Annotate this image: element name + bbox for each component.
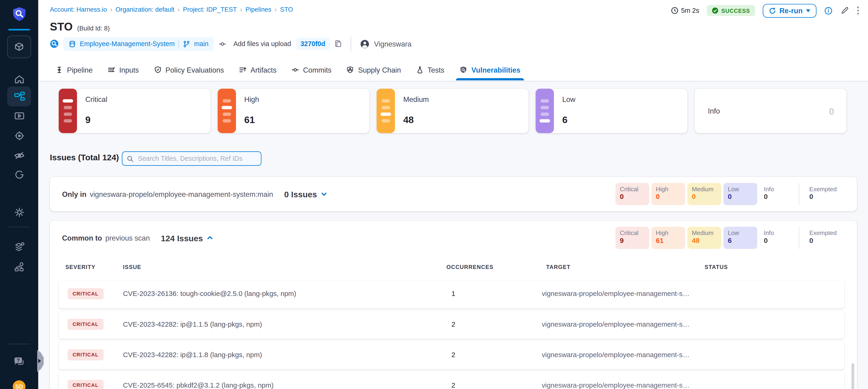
chip-low[interactable]: Low6 <box>723 227 757 249</box>
pill-divider <box>179 39 179 48</box>
sidebar-item-project-settings[interactable] <box>0 206 38 219</box>
branch-name-link[interactable]: main <box>194 40 209 48</box>
breadcrumb-account[interactable]: Account: Harness.io <box>50 6 107 13</box>
low-card[interactable]: Low 6 <box>535 89 687 133</box>
chip-medium[interactable]: Medium48 <box>687 227 721 249</box>
app-window: ? SD Account: Harness.io › Organization:… <box>0 0 868 389</box>
chip-exempted[interactable]: Exempted0 <box>805 183 849 205</box>
column-severity: SEVERITY <box>65 264 95 270</box>
table-row[interactable]: CRITICAL CVE-2023-26136: tough-cookie@2.… <box>59 281 844 308</box>
target-value: vigneswara-propelo/employee-management-s… <box>541 321 689 328</box>
commit-sha-link[interactable]: 3270f0d <box>296 38 330 50</box>
issue-title: CVE-2023-42282: ip@1.1.5 (lang-pkgs, npm… <box>123 321 262 328</box>
sidebar-item-getting-started[interactable] <box>0 168 38 181</box>
breadcrumb-pipeline-name[interactable]: STO <box>280 6 293 13</box>
chip-low[interactable]: Low0 <box>723 183 757 205</box>
section-count: 124 Issues <box>161 233 203 243</box>
help-chat-icon: ? <box>13 355 26 367</box>
org-settings-icon <box>13 261 25 273</box>
sidebar-item-account-resources[interactable] <box>0 260 38 274</box>
card-label: Medium <box>403 95 429 104</box>
shield-search-icon <box>459 65 468 74</box>
sto-module-logo-icon[interactable] <box>0 7 38 22</box>
critical-card[interactable]: Critical 9 <box>59 89 211 133</box>
tab-tests[interactable]: Tests <box>416 60 444 80</box>
search-input[interactable] <box>137 154 257 163</box>
chip-divider <box>799 227 799 249</box>
chip-divider <box>799 183 799 205</box>
table-row[interactable]: CRITICAL CVE-2023-42282: ip@1.1.5 (lang-… <box>59 311 844 339</box>
layers-gear-icon <box>13 241 25 253</box>
module-selector-button[interactable] <box>7 36 31 58</box>
trigger-user-name: Vigneswara <box>374 39 411 48</box>
sidebar-item-executions[interactable] <box>0 109 38 122</box>
section-prefix: Common to <box>62 233 102 242</box>
issue-title: CVE-2023-42282: ip@1.1.8 (lang-pkgs, npm… <box>123 351 262 359</box>
table-row[interactable]: CRITICAL CVE-2025-6545: pbkdf2@3.1.2 (la… <box>59 372 844 389</box>
breadcrumb-pipelines[interactable]: Pipelines <box>246 6 271 13</box>
active-tab-underline <box>456 78 524 81</box>
vertical-divider <box>351 36 351 52</box>
tab-artifacts[interactable]: Artifacts <box>239 60 276 80</box>
build-id: (Build Id: 8) <box>77 25 110 32</box>
chevron-down-icon <box>806 9 810 12</box>
common-to-section-header[interactable]: Common to previous scan 124 Issues <box>62 221 214 255</box>
target-value: vigneswara-propelo/employee-management-s… <box>541 351 689 359</box>
sidebar-divider <box>8 227 30 227</box>
tab-vulnerabilities[interactable]: Vulnerabilities <box>459 60 521 80</box>
sidebar-item-pipelines[interactable] <box>7 87 31 107</box>
chip-critical[interactable]: Critical0 <box>615 183 649 205</box>
chip-high[interactable]: High61 <box>651 227 685 249</box>
chip-exempted[interactable]: Exempted0 <box>805 227 849 249</box>
commit-info-row: Employee-Management-System main Add file… <box>50 36 411 51</box>
medium-strip-icon <box>377 89 395 133</box>
copy-sha-button[interactable] <box>335 40 342 48</box>
git-branch-icon <box>183 40 190 48</box>
chevron-down-icon <box>320 190 328 198</box>
rerun-button[interactable]: Re-run <box>763 3 817 18</box>
chip-info[interactable]: Info0 <box>760 183 793 205</box>
tab-policy-evaluations[interactable]: Policy Evaluations <box>154 60 224 80</box>
breadcrumb-separator: › <box>178 6 180 13</box>
sidebar-item-org-resources[interactable] <box>0 241 38 254</box>
chip-critical[interactable]: Critical9 <box>615 227 649 249</box>
eye-slash-icon <box>13 149 25 161</box>
help-button[interactable]: ? <box>0 355 38 368</box>
tab-supply-chain[interactable]: Supply Chain <box>346 60 401 80</box>
page-title: STO <box>50 21 73 33</box>
execution-tabs: Pipeline Inputs Policy Evaluations Artif… <box>55 60 520 80</box>
info-icon <box>824 6 833 15</box>
execution-info-button[interactable] <box>824 6 833 15</box>
success-check-icon <box>712 7 719 14</box>
target-value: vigneswara-propelo/employee-management-s… <box>541 381 689 389</box>
table-scrollbar[interactable] <box>851 363 854 389</box>
severity-badge: CRITICAL <box>68 319 103 330</box>
breadcrumb-project[interactable]: Project: IDP_TEST <box>183 6 237 13</box>
only-in-section-header[interactable]: Only in vigneswara-propelo/employee-mana… <box>62 177 328 211</box>
more-options-button[interactable] <box>857 6 859 15</box>
chip-medium[interactable]: Medium0 <box>687 183 721 205</box>
cube-icon <box>13 41 25 53</box>
copy-icon <box>335 40 342 48</box>
issues-total-heading: Issues (Total 124) <box>50 152 119 162</box>
tab-inputs[interactable]: Inputs <box>107 60 139 80</box>
breadcrumb-organization[interactable]: Organization: default <box>116 6 174 13</box>
section-scope: previous scan <box>105 233 150 242</box>
tab-commits[interactable]: Commits <box>291 60 332 80</box>
table-row[interactable]: CRITICAL CVE-2023-42282: ip@1.1.8 (lang-… <box>59 341 844 369</box>
info-card[interactable]: Info 0 <box>694 89 846 133</box>
occurrences-value: 2 <box>452 381 455 389</box>
medium-card[interactable]: Medium 48 <box>377 89 528 133</box>
edit-pipeline-button[interactable] <box>840 6 849 15</box>
sidebar-item-exemptions[interactable] <box>0 149 38 162</box>
sidebar-item-home[interactable] <box>0 73 38 86</box>
chip-high[interactable]: High0 <box>651 183 685 205</box>
sidebar-item-targets[interactable] <box>0 129 38 142</box>
repo-name-link[interactable]: Employee-Management-System <box>80 40 175 48</box>
high-card[interactable]: High 61 <box>218 89 369 133</box>
tab-pipeline[interactable]: Pipeline <box>55 60 93 80</box>
commit-message[interactable]: Add files via upload <box>234 40 291 48</box>
user-avatar[interactable]: SD <box>13 380 26 389</box>
chip-info[interactable]: Info0 <box>760 227 793 249</box>
issue-title: CVE-2023-26136: tough-cookie@2.5.0 (lang… <box>123 290 297 298</box>
